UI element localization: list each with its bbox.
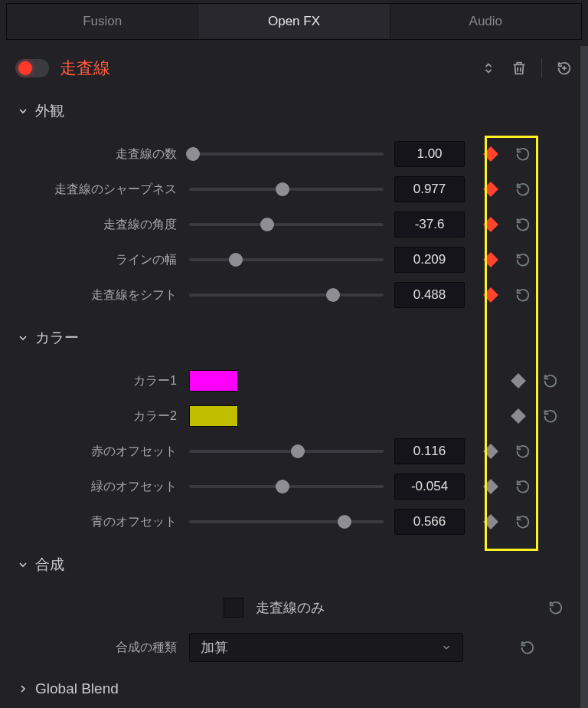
reset-icon[interactable] [542, 372, 559, 389]
section-head-composite[interactable]: 合成 [17, 555, 571, 575]
param-row: 走査線のシャープネス0.977 [17, 172, 571, 207]
slider[interactable] [189, 152, 384, 156]
enable-toggle[interactable] [15, 59, 49, 77]
select-value: 加算 [201, 638, 228, 657]
reset-icon[interactable] [542, 408, 559, 424]
color-swatch[interactable] [189, 370, 238, 392]
section-global-blend: Global Blend [0, 673, 588, 708]
keyframe-diamond[interactable] [483, 146, 498, 162]
reset-icon[interactable] [514, 443, 531, 460]
composite-type-label: 合成の種類 [17, 640, 189, 656]
chevron-down-icon [17, 332, 29, 344]
slider[interactable] [189, 485, 384, 488]
param-row: 走査線をシフト0.488 [17, 277, 571, 313]
tab-audio[interactable]: Audio [390, 4, 581, 39]
param-label: 赤のオフセット [17, 444, 189, 460]
param-row: 走査線の数1.00 [17, 136, 571, 172]
slider[interactable] [189, 188, 384, 191]
chevron-down-icon [17, 559, 29, 571]
reset-icon[interactable] [514, 181, 531, 198]
section-head-appearance[interactable]: 外観 [17, 101, 571, 121]
section-composite: 合成 走査線のみ 合成の種類 加算 [0, 547, 588, 673]
reset-icon[interactable] [547, 599, 564, 616]
value-input[interactable]: 0.566 [394, 509, 465, 535]
color-swatch[interactable] [189, 405, 238, 427]
param-row: 赤のオフセット0.116 [17, 434, 571, 469]
chevron-right-icon [17, 683, 29, 695]
param-label: カラー1 [17, 373, 189, 389]
section-head-global[interactable]: Global Blend [17, 680, 571, 697]
param-row: 緑のオフセット-0.054 [17, 469, 571, 504]
keyframe-diamond[interactable] [483, 514, 498, 529]
chevron-down-icon [441, 642, 452, 653]
section-title: 外観 [35, 101, 64, 121]
param-row: カラー1 [17, 363, 571, 398]
section-title: カラー [35, 328, 79, 348]
param-label: 青のオフセット [17, 514, 189, 530]
reset-icon[interactable] [514, 513, 531, 530]
param-label: ラインの幅 [17, 252, 189, 268]
slider[interactable] [189, 258, 384, 261]
param-label: 走査線の角度 [17, 217, 189, 233]
param-label: 緑のオフセット [17, 479, 189, 495]
reset-icon[interactable] [514, 146, 531, 162]
reset-icon[interactable] [514, 287, 531, 303]
expand-collapse-icon[interactable] [480, 60, 497, 77]
slider[interactable] [189, 223, 384, 226]
param-label: 走査線の数 [17, 146, 189, 162]
keyframe-diamond[interactable] [483, 217, 498, 232]
only-scanline-checkbox[interactable] [224, 598, 243, 618]
trash-icon[interactable] [511, 60, 528, 77]
slider[interactable] [189, 293, 384, 297]
value-input[interactable]: 1.00 [394, 141, 465, 167]
composite-type-select[interactable]: 加算 [189, 633, 463, 662]
keyframe-diamond[interactable] [511, 373, 526, 388]
section-title: Global Blend [35, 680, 119, 697]
keyframe-diamond[interactable] [483, 182, 498, 197]
param-row: カラー2 [17, 398, 571, 434]
param-row: 走査線の角度-37.6 [17, 207, 571, 242]
param-row: ラインの幅0.209 [17, 242, 571, 277]
value-input[interactable]: -37.6 [394, 211, 465, 238]
keyframe-diamond[interactable] [483, 252, 498, 267]
fx-title: 走査線 [60, 57, 480, 80]
keyframe-diamond[interactable] [511, 408, 526, 424]
tabs: Fusion Open FX Audio [6, 3, 582, 40]
chevron-down-icon [17, 105, 29, 117]
tab-fusion[interactable]: Fusion [7, 4, 198, 39]
value-input[interactable]: 0.488 [394, 282, 465, 308]
param-label: 走査線をシフト [17, 287, 189, 303]
keyframe-diamond[interactable] [483, 287, 498, 303]
slider[interactable] [189, 520, 384, 523]
slider[interactable] [189, 450, 384, 453]
checkbox-label: 走査線のみ [256, 598, 325, 617]
reset-icon[interactable] [514, 478, 531, 495]
keyframe-diamond[interactable] [483, 444, 498, 459]
param-row: 青のオフセット0.566 [17, 504, 571, 539]
reset-icon[interactable] [519, 639, 536, 656]
param-label: カラー2 [17, 408, 189, 424]
param-label: 走査線のシャープネス [17, 182, 189, 198]
reset-icon[interactable] [514, 216, 531, 233]
section-appearance: 外観 走査線の数1.00走査線のシャープネス0.977走査線の角度-37.6ライ… [0, 93, 588, 320]
fx-header: 走査線 [0, 43, 588, 93]
value-input[interactable]: 0.116 [394, 438, 465, 464]
value-input[interactable]: 0.209 [394, 247, 465, 273]
scrollbar[interactable] [580, 46, 588, 708]
value-input[interactable]: -0.054 [394, 474, 465, 500]
keyframe-diamond[interactable] [483, 479, 498, 494]
section-color: カラー カラー1カラー2赤のオフセット0.116緑のオフセット-0.054青のオ… [0, 320, 588, 547]
tab-openfx[interactable]: Open FX [198, 4, 390, 39]
value-input[interactable]: 0.977 [394, 176, 465, 202]
section-head-color[interactable]: カラー [17, 328, 571, 348]
section-title: 合成 [35, 555, 64, 575]
reset-icon[interactable] [514, 251, 531, 268]
reset-add-icon[interactable] [556, 60, 573, 77]
